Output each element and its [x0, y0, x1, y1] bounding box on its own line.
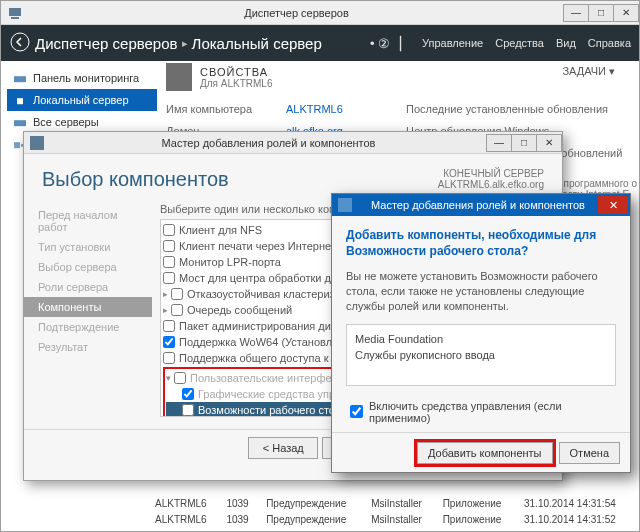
dialog-close-button[interactable]: ✕	[598, 196, 628, 214]
log-source: MsiInstaller	[371, 514, 432, 525]
nav-local-server[interactable]: ■Локальный сервер	[7, 89, 157, 111]
feature-label: Клиент печати через Интернет	[179, 240, 336, 252]
include-mgmt-tools-checkbox[interactable]	[350, 405, 363, 418]
log-id: 1039	[226, 514, 256, 525]
dialog-description: Вы не можете установить Возможности рабо…	[346, 269, 616, 314]
svg-rect-3	[30, 136, 44, 150]
log-server: ALKTRML6	[155, 498, 216, 509]
add-components-dialog: Мастер добавления ролей и компонентов ✕ …	[331, 193, 631, 473]
back-icon[interactable]	[9, 31, 31, 55]
feature-checkbox[interactable]	[163, 336, 175, 348]
tasks-dropdown[interactable]: ЗАДАЧИ ▾	[562, 65, 615, 78]
svg-point-2	[11, 33, 29, 51]
step-confirm[interactable]: Подтверждение	[24, 317, 152, 337]
refresh-icon[interactable]: • ②	[370, 36, 390, 51]
menubar: Диспетчер серверов ▸ Локальный сервер • …	[1, 25, 639, 61]
server-icon	[166, 63, 192, 91]
log-log: Приложение	[443, 498, 514, 509]
wizard1-minimize-button[interactable]: —	[486, 134, 512, 152]
svg-rect-4	[338, 198, 352, 212]
outer-titlebar: Диспетчер серверов — □ ✕	[1, 1, 639, 25]
step-type[interactable]: Тип установки	[24, 237, 152, 257]
event-log: ALKTRML6 1039 Предупреждение MsiInstalle…	[155, 495, 633, 527]
wizard-steps: Перед началом работ Тип установки Выбор …	[24, 199, 152, 429]
step-roles[interactable]: Роли сервера	[24, 277, 152, 297]
feature-checkbox[interactable]	[163, 256, 175, 268]
step-select[interactable]: Выбор сервера	[24, 257, 152, 277]
feature-label: Очередь сообщений	[187, 304, 292, 316]
nav-all-servers[interactable]: ■■Все серверы	[7, 111, 157, 133]
wizard1-titlebar: Мастер добавления ролей и компонентов — …	[24, 132, 562, 154]
svg-rect-1	[11, 17, 19, 19]
wizard1-close-button[interactable]: ✕	[536, 134, 562, 152]
add-components-button[interactable]: Добавить компоненты	[417, 442, 553, 464]
include-mgmt-tools-label: Включить средства управления (если приме…	[369, 400, 616, 424]
feature-label: Монитор LPR-порта	[179, 256, 281, 268]
feature-checkbox[interactable]	[174, 372, 186, 384]
wizard1-heading: Выбор компонентов	[42, 168, 229, 191]
properties-heading: СВОЙСТВА	[200, 66, 273, 78]
nav-local-label: Локальный сервер	[33, 94, 129, 106]
feature-checkbox[interactable]	[163, 240, 175, 252]
log-level: Предупреждение	[266, 498, 361, 509]
end-server-value: ALKTRML6.alk.efko.org	[438, 179, 544, 190]
menu-manage[interactable]: Управление	[422, 37, 483, 49]
end-server-label: КОНЕЧНЫЙ СЕРВЕР	[438, 168, 544, 179]
required-item: Службы рукописного ввода	[355, 347, 607, 363]
nav-dashboard[interactable]: ■■Панель мониторинга	[7, 67, 157, 89]
log-row[interactable]: ALKTRML6 1039 Предупреждение MsiInstalle…	[155, 495, 633, 511]
nav-dashboard-label: Панель мониторинга	[33, 72, 139, 84]
window-controls: — □ ✕	[564, 4, 639, 22]
wizard1-title: Мастер добавления ролей и компонентов	[50, 137, 487, 149]
feature-checkbox[interactable]	[163, 224, 175, 236]
wizard-icon	[30, 136, 44, 150]
feature-label: Поддержка WoW64 (Установлено)	[179, 336, 354, 348]
server-manager-window: Диспетчер серверов — □ ✕ Диспетчер серве…	[0, 0, 640, 532]
feature-checkbox[interactable]	[163, 320, 175, 332]
computer-name-label: Имя компьютера	[166, 103, 286, 115]
dialog-title: Мастер добавления ролей и компонентов	[358, 199, 598, 211]
feature-checkbox[interactable]	[171, 304, 183, 316]
feature-checkbox-desktop-exp[interactable]	[182, 404, 194, 416]
window-title: Диспетчер серверов	[29, 7, 564, 19]
minimize-button[interactable]: —	[563, 4, 589, 22]
breadcrumb-root[interactable]: Диспетчер серверов	[35, 35, 178, 52]
feature-checkbox[interactable]	[163, 352, 175, 364]
feature-label: Клиент для NFS	[179, 224, 262, 236]
back-button[interactable]: < Назад	[248, 437, 318, 459]
maximize-button[interactable]: □	[588, 4, 614, 22]
log-log: Приложение	[443, 514, 514, 525]
close-button[interactable]: ✕	[613, 4, 639, 22]
menu-tools[interactable]: Средства	[495, 37, 544, 49]
feature-checkbox[interactable]	[182, 388, 194, 400]
dialog-icon	[338, 198, 352, 212]
properties-for: Для ALKTRML6	[200, 78, 273, 89]
dialog-cancel-button[interactable]: Отмена	[559, 442, 620, 464]
dialog-titlebar: Мастер добавления ролей и компонентов ✕	[332, 194, 630, 216]
dialog-footer: Добавить компоненты Отмена	[332, 432, 630, 472]
step-result[interactable]: Результат	[24, 337, 152, 357]
nav-all-label: Все серверы	[33, 116, 99, 128]
log-id: 1039	[226, 498, 256, 509]
log-server: ALKTRML6	[155, 514, 216, 525]
menu-help[interactable]: Справка	[588, 37, 631, 49]
feature-checkbox[interactable]	[163, 272, 175, 284]
feature-checkbox[interactable]	[171, 288, 183, 300]
required-item: Media Foundation	[355, 331, 607, 347]
wizard1-maximize-button[interactable]: □	[511, 134, 537, 152]
step-features[interactable]: Компоненты	[24, 297, 152, 317]
step-before[interactable]: Перед началом работ	[24, 205, 152, 237]
feature-label-desktop-exp: Возможности рабочего стола	[198, 404, 347, 416]
last-updates-label: Последние установленные обновления	[406, 103, 608, 115]
breadcrumb-current[interactable]: Локальный сервер	[192, 35, 322, 52]
computer-name-value[interactable]: ALKTRML6	[286, 103, 406, 115]
log-time: 31.10.2014 14:31:52	[524, 514, 633, 525]
log-level: Предупреждение	[266, 514, 361, 525]
menu-view[interactable]: Вид	[556, 37, 576, 49]
dialog-question: Добавить компоненты, необходимые для Воз…	[346, 228, 616, 259]
log-row[interactable]: ALKTRML6 1039 Предупреждение MsiInstalle…	[155, 511, 633, 527]
app-icon	[7, 5, 23, 21]
log-source: MsiInstaller	[371, 498, 432, 509]
log-time: 31.10.2014 14:31:54	[524, 498, 633, 509]
flag-icon[interactable]: ▏	[400, 36, 410, 51]
